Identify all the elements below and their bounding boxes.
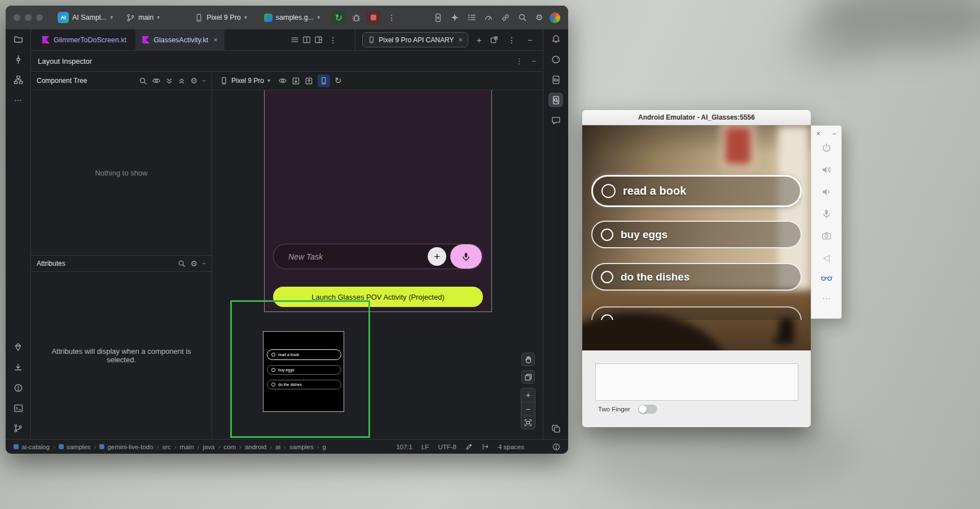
layers-icon[interactable] — [521, 370, 535, 384]
terminal-icon[interactable] — [11, 401, 25, 415]
ai-assistant-chat-icon[interactable] — [548, 113, 563, 128]
breadcrumb[interactable]: android — [245, 444, 266, 450]
back-button-icon[interactable]: ◁ — [823, 253, 830, 263]
todo-pill[interactable]: do the dishes — [591, 263, 802, 291]
todo-pill-partial[interactable] — [591, 306, 802, 320]
vcs-branch-selector[interactable]: main ▾ — [123, 11, 163, 24]
encoding-widget[interactable]: UTF-8 — [438, 444, 456, 450]
breadcrumb[interactable]: g — [323, 444, 326, 450]
volume-down-icon[interactable] — [821, 187, 832, 197]
zoom-in-button[interactable]: + — [521, 388, 535, 402]
editor-split-columns-icon[interactable] — [302, 34, 311, 46]
device-mirroring-icon[interactable] — [431, 11, 445, 24]
indent-icon[interactable] — [482, 443, 489, 450]
search-icon[interactable] — [178, 260, 186, 267]
problems-icon[interactable] — [11, 380, 25, 395]
more-options-icon[interactable]: ⋯ — [822, 293, 830, 304]
breadcrumb[interactable]: com — [223, 444, 236, 450]
search-icon[interactable] — [139, 77, 147, 85]
device-selector[interactable]: Pixel 9 Pro ▾ — [191, 11, 250, 24]
window-minimize-button[interactable] — [25, 14, 32, 21]
run-configuration-selector[interactable]: samples.g... ▾ — [261, 11, 323, 24]
export-snapshot-icon[interactable] — [292, 77, 300, 85]
import-snapshot-icon[interactable] — [305, 77, 313, 85]
glasses-pov-camera-view[interactable]: read a book buy eggs do the dishes — [582, 125, 811, 350]
editor-list-view-icon[interactable] — [290, 34, 300, 46]
volume-up-icon[interactable] — [821, 165, 832, 175]
attributes-hide-icon[interactable]: − — [202, 260, 206, 267]
editor-preview-layout-icon[interactable] — [314, 34, 323, 46]
running-devices-more-icon[interactable]: ⋮ — [504, 36, 519, 45]
breadcrumb[interactable]: samples — [59, 444, 91, 450]
project-folder-icon[interactable] — [11, 32, 25, 46]
breadcrumb[interactable]: samples — [289, 444, 314, 450]
new-task-input[interactable]: New Task + — [273, 244, 483, 269]
breadcrumb[interactable]: ai — [275, 444, 280, 450]
hide-running-devices-icon[interactable]: − — [524, 34, 536, 46]
account-avatar-globe-icon[interactable] — [550, 12, 560, 23]
preview-canvas[interactable]: New Task + Launch Glasses POV Activity (… — [212, 90, 543, 439]
breadcrumb[interactable]: main — [180, 444, 194, 450]
open-in-new-window-icon[interactable] — [487, 34, 500, 46]
zoom-out-button[interactable]: − — [521, 402, 535, 415]
emulator-toolbar-minimize-icon[interactable]: − — [832, 130, 836, 138]
pan-hand-icon[interactable] — [521, 353, 535, 366]
attributes-settings-icon[interactable]: ⚙ — [190, 259, 197, 268]
camera-icon[interactable] — [821, 231, 832, 241]
collapse-all-icon[interactable] — [178, 77, 186, 85]
preview-device-selector[interactable]: Pixel 9 Pro ▾ — [220, 77, 270, 85]
more-run-actions-icon[interactable]: ⋮ — [384, 13, 399, 22]
close-device-tab-icon[interactable]: × — [457, 36, 463, 44]
emulator-toolbar-close-icon[interactable]: × — [816, 130, 820, 138]
eye-icon[interactable] — [152, 76, 161, 85]
debug-button[interactable] — [349, 11, 363, 24]
breadcrumb[interactable]: gemini-live-todo — [99, 444, 153, 450]
touchpad-input-area[interactable] — [595, 363, 798, 401]
todo-pill[interactable]: buy eggs — [591, 221, 802, 248]
tab-glimmertodoscreen[interactable]: GlimmerToDoScreen.kt — [36, 29, 133, 51]
breadcrumb[interactable]: ai-catalog — [14, 444, 50, 450]
breadcrumb[interactable]: src — [162, 444, 170, 450]
editor-tabs-more-icon[interactable]: ⋮ — [326, 36, 340, 45]
smart-glasses-icon[interactable] — [821, 275, 832, 282]
running-devices-tool-icon[interactable] — [548, 421, 563, 436]
power-button-icon[interactable] — [821, 143, 832, 153]
caret-position-widget[interactable]: 107:1 — [396, 444, 412, 450]
phone-screen-preview[interactable]: New Task + Launch Glasses POV Activity (… — [264, 90, 492, 312]
zoom-fit-button[interactable] — [521, 415, 535, 429]
structure-icon[interactable] — [11, 72, 25, 87]
component-tree-hide-icon[interactable]: − — [202, 77, 206, 85]
mic-icon[interactable] — [821, 209, 832, 219]
version-control-icon[interactable] — [11, 421, 25, 436]
logcat-icon[interactable] — [11, 360, 25, 375]
voice-input-button[interactable] — [450, 244, 482, 269]
more-tool-windows-icon[interactable]: ⋯ — [11, 93, 25, 107]
search-everywhere-icon[interactable] — [516, 11, 529, 24]
todo-pill-focused[interactable]: read a book — [591, 175, 802, 207]
layout-inspector-more-icon[interactable]: ⋮ — [515, 57, 522, 65]
plugin-link-icon[interactable] — [499, 11, 512, 24]
inspections-status-icon[interactable] — [552, 443, 560, 451]
running-device-tab[interactable]: Pixel 9 Pro API CANARY × — [362, 32, 468, 47]
gradle-icon[interactable] — [548, 52, 563, 67]
live-updates-toggle-icon[interactable] — [318, 74, 330, 87]
breadcrumb[interactable]: java — [203, 444, 214, 450]
settings-gear-icon[interactable]: ⚙ — [533, 11, 546, 24]
line-separator-widget[interactable]: LF — [421, 444, 429, 450]
tab-glassesactivity[interactable]: GlassesActivity.kt × — [135, 29, 225, 51]
stop-button[interactable] — [366, 10, 381, 25]
build-icon[interactable] — [11, 340, 25, 354]
notifications-bell-icon[interactable] — [548, 32, 563, 46]
layout-inspector-hide-icon[interactable]: − — [531, 57, 536, 65]
window-close-button[interactable] — [14, 14, 20, 21]
project-selector[interactable]: AI AI Sampl... ▾ — [54, 10, 116, 25]
expand-all-icon[interactable] — [165, 77, 173, 85]
device-explorer-icon[interactable] — [548, 72, 563, 87]
component-tree-settings-icon[interactable]: ⚙ — [190, 76, 197, 85]
rerun-button[interactable]: ↻ — [331, 10, 346, 25]
add-device-icon[interactable]: + — [473, 34, 485, 46]
add-task-button[interactable]: + — [428, 247, 446, 266]
refresh-icon[interactable]: ↻ — [335, 76, 342, 86]
edit-pencil-icon[interactable] — [465, 443, 473, 450]
task-list-icon[interactable] — [465, 11, 478, 24]
